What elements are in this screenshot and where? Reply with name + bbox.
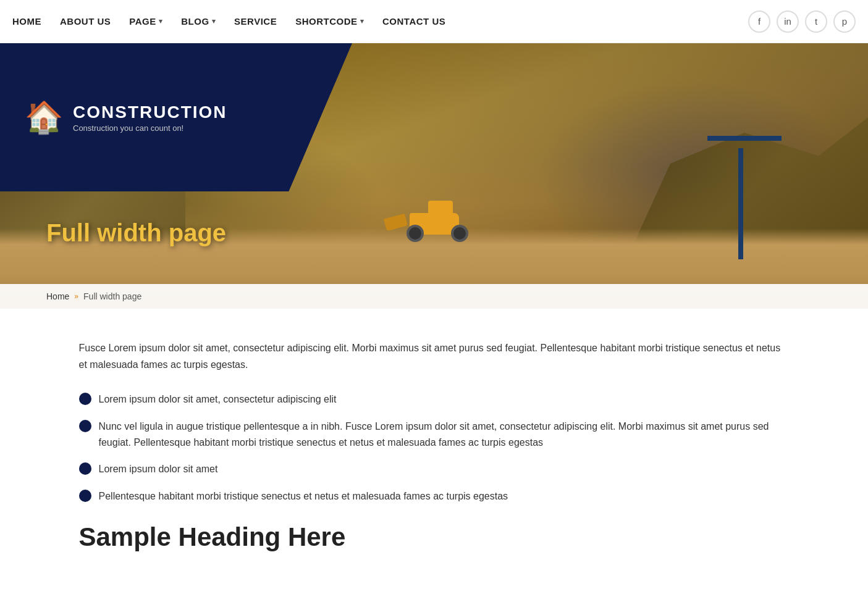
breadcrumb-bar: Home » Full width page: [0, 284, 868, 309]
logo-text: CONSTRUCTION Construction you can count …: [73, 102, 227, 133]
loader-cab: [428, 201, 453, 219]
bullet-dot-4: [79, 490, 91, 502]
bullet-item-1: Lorem ipsum dolor sit amet, consectetur …: [79, 391, 790, 407]
logo-title: CONSTRUCTION: [73, 102, 227, 122]
bullet-item-4: Pellentesque habitant morbi tristique se…: [79, 488, 790, 504]
pinterest-icon[interactable]: p: [833, 10, 856, 33]
blog-dropdown-arrow: ▾: [212, 17, 216, 25]
bullet-text-3: Lorem ipsum dolor sit amet: [99, 461, 218, 477]
twitter-icon[interactable]: t: [805, 10, 827, 33]
logo-subtitle: Construction you can count on!: [73, 123, 227, 133]
nav-blog[interactable]: BLOG ▾: [181, 16, 216, 27]
nav-left: Home ABOUT US PAGE ▾ BLOG ▾ SERVICE SHOR…: [12, 16, 445, 27]
breadcrumb-home[interactable]: Home: [46, 291, 69, 301]
linkedin-icon[interactable]: in: [777, 10, 799, 33]
bullet-text-4: Pellentesque habitant morbi tristique se…: [99, 488, 508, 504]
sample-heading: Sample Heading Here: [79, 522, 790, 552]
nav-contact[interactable]: CONTACT US: [382, 16, 445, 27]
nav-shortcode[interactable]: SHORTCODE ▾: [295, 16, 364, 27]
loader-wheel-front: [407, 225, 424, 242]
bullet-item-2: Nunc vel ligula in augue tristique pelle…: [79, 419, 790, 450]
bullet-list: Lorem ipsum dolor sit amet, consectetur …: [79, 391, 790, 504]
intro-paragraph: Fusce Lorem ipsum dolor sit amet, consec…: [79, 340, 790, 373]
shortcode-dropdown-arrow: ▾: [360, 17, 364, 25]
logo-icon: 🏠: [25, 102, 63, 133]
bullet-dot-3: [79, 462, 91, 475]
bullet-text-1: Lorem ipsum dolor sit amet, consectetur …: [99, 391, 337, 407]
hero-page-title: Full width page: [46, 219, 226, 247]
main-content: Fusce Lorem ipsum dolor sit amet, consec…: [33, 340, 836, 552]
hero-section: 🏠 CONSTRUCTION Construction you can coun…: [0, 43, 868, 309]
breadcrumb-current-page: Full width page: [83, 291, 141, 301]
crane-decoration: [726, 136, 775, 259]
crane-vertical-beam: [738, 148, 743, 259]
nav-page[interactable]: PAGE ▾: [129, 16, 162, 27]
bullet-item-3: Lorem ipsum dolor sit amet: [79, 461, 790, 477]
nav-about[interactable]: ABOUT US: [60, 16, 111, 27]
bullet-text-2: Nunc vel ligula in augue tristique pelle…: [99, 419, 790, 450]
loader-vehicle: [397, 204, 471, 247]
loader-wheel-rear: [451, 225, 468, 242]
social-icons: f in t p: [748, 10, 856, 33]
page-dropdown-arrow: ▾: [159, 17, 163, 25]
nav-service[interactable]: SERVICE: [234, 16, 277, 27]
breadcrumb-separator: »: [74, 292, 78, 301]
crane-horizontal-beam: [707, 136, 782, 141]
navbar: Home ABOUT US PAGE ▾ BLOG ▾ SERVICE SHOR…: [0, 0, 868, 43]
nav-home[interactable]: Home: [12, 16, 41, 27]
facebook-icon[interactable]: f: [748, 10, 770, 33]
bullet-dot-2: [79, 420, 91, 432]
bullet-dot-1: [79, 393, 91, 405]
